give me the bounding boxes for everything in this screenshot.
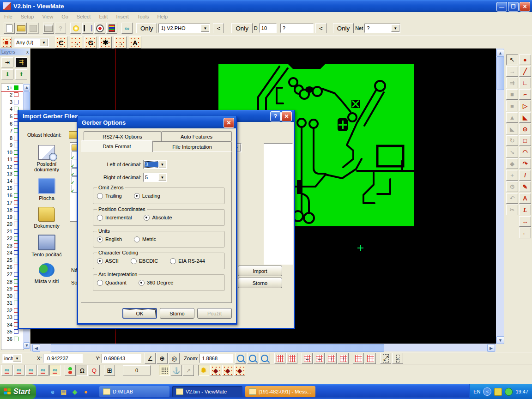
window-expand-icon[interactable]: ⤢ [380,353,391,364]
layers-panel-header[interactable]: Layers x [0,48,30,55]
chevron-down-icon[interactable]: ▼ [158,161,166,168]
measure-icon[interactable] [82,23,93,34]
zoom-selection-icon[interactable] [247,353,258,364]
tab-data-format[interactable]: Data Format [81,140,153,152]
chevron-down-icon[interactable]: ▼ [158,174,166,181]
dcode-input[interactable]: 10 [259,24,277,33]
start-button[interactable]: Start [0,384,36,399]
menu-go[interactable]: Go [57,13,73,20]
storno-button[interactable]: Storno [160,308,194,319]
flash-mode-icon[interactable]: ✹ [198,365,209,376]
import-button[interactable]: Import [238,266,282,276]
place-computer[interactable]: Tento počítač [24,235,69,257]
layer-stack-icon[interactable]: ⇶ [15,57,27,67]
restore-button[interactable]: ❐ [508,2,519,12]
close-icon[interactable]: ✕ [224,118,234,128]
align-tool[interactable]: + [506,170,518,181]
glasses-icon[interactable]: ∞ [121,23,133,34]
scroll-up-icon[interactable]: ▲ [24,84,30,91]
firefox-icon[interactable]: ● [81,387,91,396]
only-dcode-button[interactable]: Only [231,23,252,33]
view-traces-icon[interactable]: ∞ [37,365,48,376]
move-points-tool[interactable]: ⇉ [506,78,518,88]
grid-window-icon[interactable] [274,353,285,364]
layer-row-2[interactable]: 2 [1,91,24,99]
help-button[interactable]: ? [270,111,281,121]
dcode-c-tool[interactable]: C [55,36,67,48]
radio-incremental[interactable]: Incremental [97,215,132,221]
save-file-icon[interactable] [28,23,39,34]
prev-net-button[interactable]: < [315,23,326,33]
arc-tool[interactable]: ◠ [519,147,531,157]
place-network[interactable]: Místa v síti [24,263,69,284]
chevron-down-icon[interactable]: ▼ [13,355,21,362]
bulb-outline-icon[interactable]: Q [89,365,100,376]
open-file-icon[interactable] [16,23,27,34]
view-dcodes-icon[interactable]: ∞ [1,365,12,376]
folder-quick-icon[interactable]: ▤ [59,387,68,396]
ok-button[interactable]: OK [122,308,157,319]
tray-chevron-icon[interactable]: < [483,387,491,396]
pan-down-icon[interactable]: ↓ [326,353,337,364]
scroll-left-icon[interactable]: ◀ [32,344,40,352]
layer-color-swatch[interactable] [14,92,18,97]
file-list-right-edge[interactable] [264,143,293,265]
scroll-down-icon[interactable]: ▼ [24,342,30,349]
triangle-tool[interactable]: ◣ [519,112,531,123]
new-file-icon[interactable] [4,23,15,34]
radio-metric[interactable]: Metric [134,236,156,242]
fill-rect2-tool[interactable]: ■ [506,101,518,111]
menu-file[interactable]: File [0,13,17,20]
pad-mode-icon[interactable]: ◆ [210,365,221,376]
radio-ascii[interactable]: ASCII [97,258,119,264]
radio-quadrant[interactable]: Quadrant [97,280,127,286]
canvas-vscrollbar[interactable]: ▲ ▼ [496,48,504,344]
task-message[interactable]: [191-482-091] - Mess... [245,386,315,397]
flash-pad-tool[interactable]: ● [519,54,531,65]
cut-tool[interactable]: ✂ [506,205,518,215]
close-icon[interactable]: x [26,49,29,54]
tab-rs274x[interactable]: RS274-X Options [84,131,161,141]
mirror-tool[interactable]: ▲ [506,112,518,123]
only-layer-button[interactable]: Only [136,23,157,33]
corner-tool[interactable]: ⌐ [519,228,531,238]
view-all-icon[interactable]: ∞ [49,365,60,376]
layer-color-swatch[interactable] [14,85,18,90]
layer-colors-icon[interactable] [106,23,117,34]
curve-tool[interactable]: ↷ [519,158,531,169]
move-up-icon[interactable]: ⬆ [15,69,27,79]
text-tool[interactable]: A [519,193,531,204]
select-dcode-icon[interactable]: ▦ [1,37,12,48]
tray-green-icon[interactable] [505,388,513,396]
chevron-down-icon[interactable]: ▼ [201,24,209,32]
chevron-down-icon[interactable]: ▼ [391,24,399,32]
shear-tool[interactable]: ◣ [506,124,518,134]
menu-view[interactable]: View [38,13,57,20]
stretch-icon[interactable]: ↗ [183,365,194,376]
view-lines-icon[interactable]: ∞ [13,365,24,376]
scroll-up-icon[interactable]: ▲ [496,49,504,57]
layer-color-swatch[interactable] [14,337,18,341]
layer-row-36[interactable]: 36 [1,335,24,343]
menu-help[interactable]: Help [153,13,172,20]
swap-tool[interactable]: ◆ [506,158,518,169]
task-mlab[interactable]: D:\MLAB [99,386,169,397]
dcode-flash-tool[interactable]: ✱ [99,36,112,48]
radio-trailing[interactable]: Trailing [97,193,122,199]
net-combo[interactable]: ? ▼ [364,24,400,33]
context-help-icon[interactable]: ? [55,23,66,34]
view-copy-icon[interactable] [353,353,364,364]
radio-absolute[interactable]: Absolute [144,215,172,221]
undo-tool[interactable]: ↶ [506,193,518,204]
close-icon[interactable]: ✕ [281,111,292,121]
minimize-button[interactable]: — [496,2,507,12]
tray-notes-icon[interactable] [494,388,502,396]
rotate-tool[interactable]: ↻ [506,135,518,146]
menu-select[interactable]: Select [73,13,95,20]
left-of-decimal-combo[interactable]: 3 ▼ [143,160,167,169]
circle-select-icon[interactable] [94,23,105,34]
storno-button[interactable]: Storno [238,278,282,288]
pad-edit-icon[interactable]: ◆ [222,365,233,376]
layer-row-3[interactable]: 3 [1,98,24,106]
anchor-icon[interactable]: ⚓ [171,365,182,376]
